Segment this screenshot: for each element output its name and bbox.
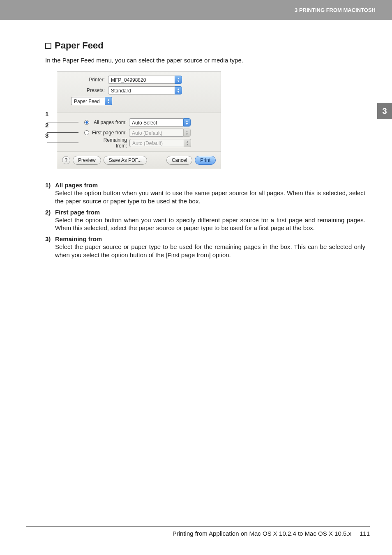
desc-num: 1) bbox=[45, 182, 55, 205]
presets-label: Presets: bbox=[63, 88, 108, 93]
remaining-row: Remaining from: Auto (Default) ▲▼ bbox=[63, 138, 215, 148]
dropdown-arrows-icon: ▲▼ bbox=[183, 129, 191, 137]
heading-text: Paper Feed bbox=[55, 40, 104, 51]
desc-num: 3) bbox=[45, 235, 55, 259]
intro-text: In the Paper Feed menu, you can select t… bbox=[45, 57, 369, 64]
callout-3: 3 bbox=[45, 130, 53, 140]
first-page-select[interactable]: Auto (Default) ▲▼ bbox=[129, 129, 191, 137]
desc-item-1: 1) All pages from Select the option butt… bbox=[45, 182, 365, 205]
side-tab-number: 3 bbox=[382, 106, 387, 116]
all-pages-row: All pages from: Auto Select ▲▼ bbox=[63, 117, 215, 127]
printer-select[interactable]: MFP_04998820 ▲▼ bbox=[108, 76, 182, 84]
callout-column: 1 2 3 bbox=[45, 71, 53, 169]
cancel-label: Cancel bbox=[172, 157, 187, 163]
preview-label: Preview bbox=[78, 157, 96, 163]
cancel-button[interactable]: Cancel bbox=[166, 156, 192, 165]
presets-value: Standard bbox=[108, 86, 175, 94]
desc-item-2: 2) First page from Select the option but… bbox=[45, 209, 365, 233]
dropdown-arrows-icon: ▲▼ bbox=[105, 97, 112, 105]
first-page-radio[interactable] bbox=[84, 130, 89, 135]
desc-item-3: 3) Remaining from Select the paper sourc… bbox=[45, 235, 365, 259]
all-pages-value: Auto Select bbox=[129, 118, 183, 127]
callout-line-icon bbox=[47, 143, 78, 143]
first-page-row: First page from: Auto (Default) ▲▼ bbox=[63, 127, 215, 138]
preview-button[interactable]: Preview bbox=[73, 156, 101, 165]
help-icon: ? bbox=[65, 157, 67, 163]
desc-title: All pages from bbox=[55, 182, 365, 189]
remaining-label: Remaining from: bbox=[92, 137, 129, 149]
pane-value: Paper Feed bbox=[71, 97, 105, 105]
page-footer: Printing from Application on Mac OS X 10… bbox=[26, 526, 370, 537]
help-button[interactable]: ? bbox=[62, 156, 70, 164]
description-list: 1) All pages from Select the option butt… bbox=[45, 182, 369, 259]
desc-text: Select the paper source or paper type to… bbox=[55, 243, 365, 259]
print-dialog: Printer: MFP_04998820 ▲▼ Presets: Standa… bbox=[57, 71, 221, 169]
square-bullet-icon bbox=[45, 43, 51, 49]
all-pages-select[interactable]: Auto Select ▲▼ bbox=[129, 118, 191, 127]
print-label: Print bbox=[200, 157, 210, 163]
desc-num: 2) bbox=[45, 209, 55, 233]
dropdown-arrows-icon: ▲▼ bbox=[184, 139, 191, 147]
desc-text: Select the option button when you want t… bbox=[55, 216, 365, 233]
desc-text: Select the option button when you want t… bbox=[55, 189, 365, 205]
remaining-value: Auto (Default) bbox=[129, 139, 184, 147]
remaining-select[interactable]: Auto (Default) ▲▼ bbox=[129, 139, 191, 147]
print-button[interactable]: Print bbox=[195, 156, 216, 165]
callout-2: 2 bbox=[45, 120, 53, 130]
chapter-side-tab: 3 bbox=[377, 103, 392, 119]
all-pages-label: All pages from: bbox=[91, 120, 129, 125]
desc-title: Remaining from bbox=[55, 235, 365, 242]
printer-value: MFP_04998820 bbox=[108, 76, 175, 84]
callout-line-icon bbox=[47, 132, 78, 133]
callout-1: 1 bbox=[45, 109, 53, 119]
dropdown-arrows-icon: ▲▼ bbox=[175, 86, 182, 94]
pane-select[interactable]: Paper Feed ▲▼ bbox=[71, 97, 112, 105]
dropdown-arrows-icon: ▲▼ bbox=[183, 118, 191, 127]
chapter-label: 3 PRINTING FROM MACINTOSH bbox=[295, 7, 376, 13]
save-pdf-button[interactable]: Save As PDF... bbox=[104, 156, 147, 165]
desc-title: First page from bbox=[55, 209, 365, 216]
first-page-label: First page from: bbox=[91, 130, 129, 136]
callout-line-icon bbox=[47, 122, 78, 122]
dropdown-arrows-icon: ▲▼ bbox=[175, 76, 182, 84]
chapter-header: 3 PRINTING FROM MACINTOSH bbox=[0, 0, 392, 20]
all-pages-radio[interactable] bbox=[84, 120, 89, 125]
footer-text: Printing from Application on Mac OS X 10… bbox=[173, 530, 351, 537]
printer-label: Printer: bbox=[63, 77, 108, 83]
page-number: 111 bbox=[360, 530, 370, 537]
first-page-value: Auto (Default) bbox=[129, 129, 183, 137]
save-pdf-label: Save As PDF... bbox=[109, 157, 142, 163]
section-heading: Paper Feed bbox=[45, 40, 369, 51]
presets-select[interactable]: Standard ▲▼ bbox=[108, 86, 182, 94]
